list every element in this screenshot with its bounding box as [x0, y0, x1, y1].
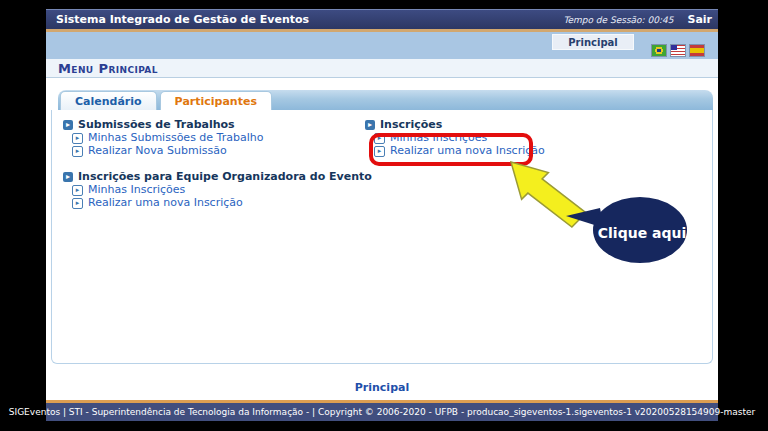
item-bullet-icon: ▸ — [72, 198, 83, 209]
item-bullet-icon: ▸ — [374, 146, 385, 157]
menu-column-right: ▸ Inscrições ▸ Minhas Inscrições ▸ Reali… — [365, 118, 545, 157]
group-bullet-icon: ▸ — [63, 172, 73, 182]
app-title: Sistema Integrado de Gestão de Eventos — [46, 13, 564, 26]
link-realizar-inscricao-equipe[interactable]: ▸ Realizar uma nova Inscrição — [72, 197, 372, 209]
item-bullet-icon: ▸ — [374, 133, 385, 144]
menu-group-submissoes: ▸ Submissões de Trabalhos ▸ Minhas Submi… — [63, 118, 372, 157]
top-band: Principal — [46, 32, 718, 59]
item-bullet-icon: ▸ — [72, 133, 83, 144]
group-title-label: Inscrições — [380, 118, 442, 131]
tab-participantes[interactable]: Participantes — [160, 91, 272, 110]
link-minhas-inscricoes[interactable]: ▸ Minhas Inscrições — [374, 132, 545, 144]
usa-flag-icon[interactable] — [670, 44, 686, 57]
item-bullet-icon: ▸ — [72, 146, 83, 157]
menu-group-equipe-organizadora: ▸ Inscrições para Equipe Organizadora do… — [63, 170, 372, 209]
menu-column-left: ▸ Submissões de Trabalhos ▸ Minhas Submi… — [63, 118, 372, 209]
principal-bottom-link[interactable]: Principal — [355, 381, 409, 400]
menu-group-inscricoes: ▸ Inscrições ▸ Minhas Inscrições ▸ Reali… — [365, 118, 545, 157]
language-switcher — [651, 44, 705, 57]
tab-calendario[interactable]: Calendário — [60, 91, 157, 110]
menu-principal-header: Menu Principal — [46, 59, 718, 78]
footer-bar: SIGEventos | STI - Superintendência de T… — [46, 403, 718, 421]
session-timer: Tempo de Sessão: 00:45 — [564, 15, 674, 25]
link-realizar-nova-inscricao[interactable]: ▸ Realizar uma nova Inscrição — [374, 145, 545, 157]
link-realizar-nova-submissao[interactable]: ▸ Realizar Nova Submissão — [72, 145, 372, 157]
spacer — [46, 78, 718, 90]
group-bullet-icon: ▸ — [365, 120, 375, 130]
tab-strip: Calendário Participantes — [58, 90, 713, 110]
logout-link[interactable]: Sair — [687, 13, 712, 26]
copyright-text: SIGEventos | STI - Superintendência de T… — [9, 407, 755, 417]
link-minhas-inscricoes-equipe[interactable]: ▸ Minhas Inscrições — [72, 184, 372, 196]
title-bar: Sistema Integrado de Gestão de Eventos T… — [46, 9, 718, 29]
menu-content: ▸ Submissões de Trabalhos ▸ Minhas Submi… — [51, 110, 713, 364]
group-bullet-icon: ▸ — [63, 120, 73, 130]
clique-aqui-label: Clique aqui — [590, 225, 694, 241]
spain-flag-icon[interactable] — [689, 44, 705, 57]
brazil-flag-icon[interactable] — [651, 44, 667, 57]
screen: { "window": { "title": "Sistema Integrad… — [0, 0, 768, 431]
group-title-label: Inscrições para Equipe Organizadora do E… — [78, 170, 372, 183]
item-bullet-icon: ▸ — [72, 185, 83, 196]
group-title-label: Submissões de Trabalhos — [78, 118, 235, 131]
principal-tab-button[interactable]: Principal — [552, 34, 634, 50]
menu-principal-title: Menu Principal — [58, 61, 158, 76]
link-minhas-submissoes[interactable]: ▸ Minhas Submissões de Trabalho — [72, 132, 372, 144]
app-window: Sistema Integrado de Gestão de Eventos T… — [46, 9, 718, 420]
bottom-nav: Principal — [46, 364, 718, 400]
